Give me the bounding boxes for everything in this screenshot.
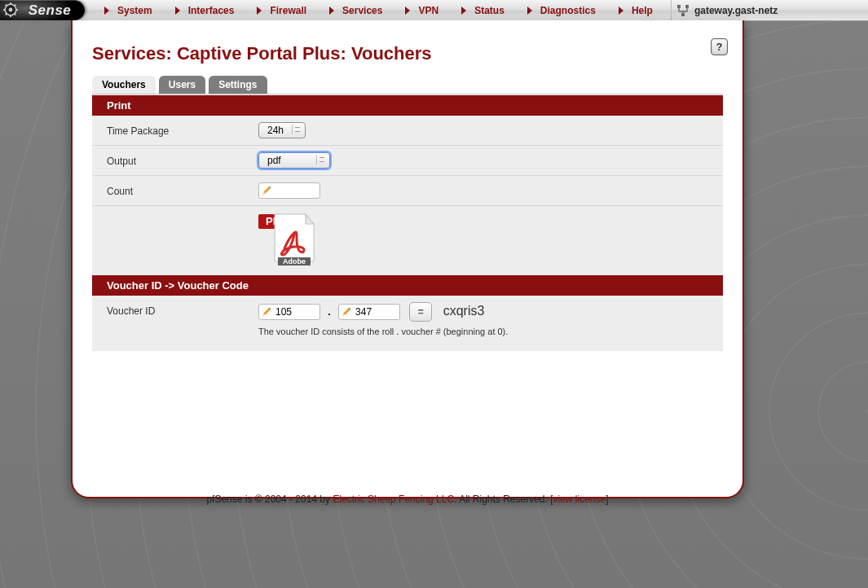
chevron-right-icon xyxy=(527,7,532,15)
menu-label: Firewall xyxy=(270,5,306,16)
voucher-roll-input[interactable] xyxy=(258,304,320,320)
menu-label: Interfaces xyxy=(188,5,235,16)
page-title: Services: Captive Portal Plus: Vouchers xyxy=(92,43,723,64)
chevron-right-icon xyxy=(329,7,334,15)
lookup-equals-button[interactable]: = xyxy=(409,302,432,322)
output-select[interactable]: pdf xyxy=(258,152,330,169)
label-voucher-id: Voucher ID xyxy=(92,296,244,343)
top-menu-bar: Sense SystemInterfacesFirewallServicesVP… xyxy=(0,0,868,21)
content-card: ? Services: Captive Portal Plus: Voucher… xyxy=(71,20,744,498)
chevron-right-icon xyxy=(104,7,109,15)
chevron-right-icon xyxy=(619,7,623,15)
menu-help[interactable]: Help xyxy=(607,0,664,20)
hostname-text: gateway.gast-netz xyxy=(694,5,778,16)
brand-logo: Sense xyxy=(0,0,85,20)
svg-rect-12 xyxy=(681,13,685,16)
menu-label: VPN xyxy=(418,5,438,16)
print-form: Time Package 24h Output xyxy=(92,116,723,275)
menu-status[interactable]: Status xyxy=(450,0,516,20)
svg-line-7 xyxy=(14,13,15,15)
count-input[interactable] xyxy=(258,182,320,199)
brand-text: Sense xyxy=(29,2,72,19)
generate-pdf-button[interactable]: PDF Adobe xyxy=(258,213,317,269)
network-icon xyxy=(676,4,690,17)
section-header-print: Print xyxy=(92,95,723,116)
svg-point-1 xyxy=(9,8,13,12)
label-output: Output xyxy=(92,146,244,176)
tab-strip: VouchersUsersSettings xyxy=(92,76,723,94)
svg-text:Adobe: Adobe xyxy=(283,257,306,265)
menu-interfaces[interactable]: Interfaces xyxy=(164,0,246,20)
menu-label: Help xyxy=(632,5,653,16)
footer-link-license[interactable]: view license xyxy=(553,494,606,505)
voucher-number-input[interactable] xyxy=(338,304,400,320)
label-time-package: Time Package xyxy=(92,116,244,146)
form-panel: Print Time Package 24h Output xyxy=(92,94,723,351)
menu-vpn[interactable]: VPN xyxy=(394,0,450,20)
menu-label: Diagnostics xyxy=(540,5,596,16)
chevron-right-icon xyxy=(257,7,262,15)
gear-icon xyxy=(3,2,18,17)
pdf-icon: PDF Adobe xyxy=(258,213,317,266)
separator-dot: . xyxy=(328,306,330,318)
menu-firewall[interactable]: Firewall xyxy=(245,0,318,20)
menu-label: Services xyxy=(342,5,382,16)
chevron-right-icon xyxy=(461,7,466,15)
help-button[interactable]: ? xyxy=(711,38,728,55)
svg-line-8 xyxy=(6,13,7,15)
menu-diagnostics[interactable]: Diagnostics xyxy=(516,0,607,20)
label-count: Count xyxy=(92,176,244,206)
tab-vouchers[interactable]: Vouchers xyxy=(92,76,156,94)
tab-settings[interactable]: Settings xyxy=(209,76,267,94)
tab-users[interactable]: Users xyxy=(159,76,205,94)
svg-rect-10 xyxy=(677,5,681,8)
menu-services[interactable]: Services xyxy=(318,0,394,20)
menu-system[interactable]: System xyxy=(93,0,164,20)
voucher-id-hint: The voucher ID consists of the roll . vo… xyxy=(258,327,708,336)
svg-line-9 xyxy=(14,5,15,7)
svg-rect-11 xyxy=(685,5,689,8)
lookup-form: Voucher ID . = cxqris3 The vo xyxy=(92,296,723,343)
footer-copyright: pfSense is © 2004 - 2014 by Electric She… xyxy=(73,494,742,505)
menu-label: Status xyxy=(474,5,504,16)
svg-line-6 xyxy=(6,5,7,7)
footer-link-esf[interactable]: Electric Sheep Fencing LLC xyxy=(333,494,454,505)
question-icon: ? xyxy=(716,41,723,53)
main-menu: SystemInterfacesFirewallServicesVPNStatu… xyxy=(85,0,664,20)
chevron-right-icon xyxy=(175,7,180,15)
voucher-code-output: cxqris3 xyxy=(443,304,485,318)
hostname-box: gateway.gast-netz xyxy=(671,0,786,20)
chevron-right-icon xyxy=(405,7,410,15)
time-package-select[interactable]: 24h xyxy=(258,122,306,138)
menu-label: System xyxy=(117,5,152,16)
section-header-lookup: Voucher ID -> Voucher Code xyxy=(92,275,723,296)
